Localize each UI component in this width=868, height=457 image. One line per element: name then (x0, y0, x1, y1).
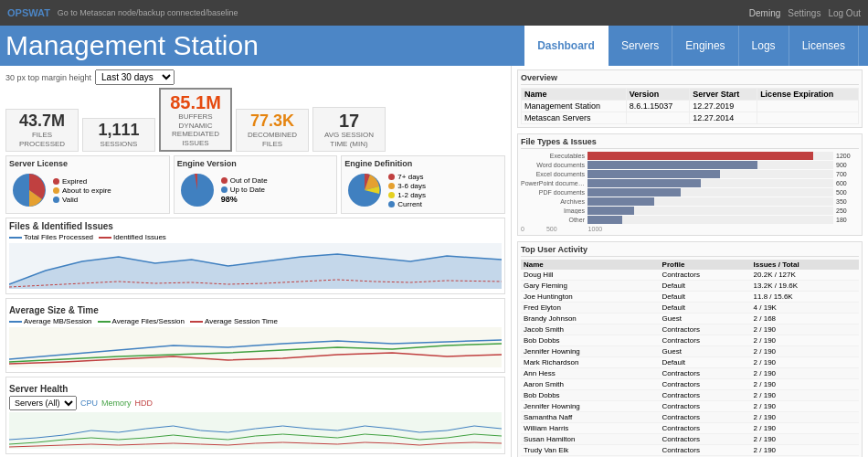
file-type-value: 350 (836, 198, 859, 205)
user-col-profile: Profile (660, 260, 751, 270)
settings-link[interactable]: Settings (788, 8, 820, 18)
engine-version-pie (177, 170, 217, 210)
engine-definition-pie (344, 170, 385, 210)
36days-label: 3-6 days (397, 182, 426, 190)
overview-table-row: Management Station8.6.1.1503712.27.2019 (522, 101, 859, 112)
current-dot (388, 201, 395, 207)
file-type-label: Images (521, 207, 585, 214)
tab-engines[interactable]: Engines (672, 26, 738, 66)
user-cell: 2 / 190 (751, 412, 859, 423)
file-type-track (587, 152, 833, 160)
main-content: 30 px top margin height Last 30 days Las… (0, 66, 868, 457)
file-type-fill (587, 197, 654, 206)
file-type-bar-row: PDF documents500 (521, 188, 859, 197)
legend-identified-issues: Identified Issues (99, 233, 166, 241)
overview-table-row: Metascan Servers12.27.2014 (522, 112, 859, 124)
outofdate-dot (221, 177, 228, 184)
file-type-track (587, 179, 833, 187)
health-chart-svg (9, 412, 502, 449)
avg-size-time: Average Size & Time Average MB/Session A… (5, 298, 505, 373)
metric-avg-session: 17 AVG SESSIONTIME (MIN) (312, 107, 386, 152)
file-types-axis: 0 500 1000 (521, 226, 859, 232)
user-cell: Contractors (660, 270, 751, 281)
metrics-row: 43.7M FILESPROCESSED 1,111 SESSIONS 85.1… (5, 88, 505, 152)
tab-servers[interactable]: Servers (609, 26, 672, 66)
health-metric-cpu: CPU (80, 399, 98, 408)
user-table-row: Susan HamiltonContractors2 / 190 (521, 434, 859, 445)
tab-logs[interactable]: Logs (739, 26, 789, 66)
file-type-fill (587, 207, 634, 215)
expired-dot (53, 178, 59, 185)
overview-section: Overview Name Version Server Start Licen… (517, 69, 863, 128)
user-cell: Jennifer Howning (521, 346, 660, 357)
user-cell: Contractors (660, 390, 751, 401)
user-cell: 2 / 190 (751, 379, 859, 390)
logout-link[interactable]: Log Out (828, 8, 861, 18)
user-col-issues: Issues / Total (751, 260, 859, 270)
metric-remediated: 85.1M BUFFERSDYNAMICREMEDIATEDISSUES (159, 88, 232, 152)
file-type-fill (587, 161, 757, 169)
time-range-select[interactable]: Last 30 days Last 7 days Last 24 hours (95, 69, 175, 85)
file-type-bar-row: Executables1200 (521, 152, 859, 160)
user-cell: Jacob Smith (521, 324, 660, 335)
file-types-bars: Executables1200Word documents900Excel do… (521, 152, 859, 224)
legend-avg-files: Average Files/Session (98, 317, 185, 325)
server-license-chart: Server License Expired (5, 155, 170, 214)
overview-cell: Management Station (522, 101, 627, 112)
user-cell: Default (660, 303, 751, 314)
expired-label: Expired (62, 177, 87, 186)
user-table-row: Joe HuntingtonDefault11.8 / 15.6K (521, 292, 859, 303)
tab-licenses[interactable]: Licenses (789, 26, 859, 66)
user-cell: 2 / 168 (751, 314, 859, 324)
nav-right: Deming Settings Log Out (749, 8, 861, 18)
12days-dot (388, 192, 395, 198)
user-cell: 2 / 190 (751, 368, 859, 379)
legend-about-expire: About to expire (53, 186, 111, 195)
overview-col-expiry: License Expiration (757, 89, 859, 101)
7days-label: 7+ days (397, 173, 423, 181)
server-health: Server Health Servers (All) CPU Memory H… (5, 377, 505, 454)
user-cell: Jennifer Howning (521, 401, 660, 412)
total-files-line (9, 237, 22, 239)
charts-row: Server License Expired (5, 155, 505, 214)
avg-mb-line (9, 321, 22, 323)
user-cell: Bob Dobbs (521, 390, 660, 401)
identified-issues-line (99, 237, 111, 239)
user-cell: Aaron Smith (521, 379, 660, 390)
metric-label-sessions: SESSIONS (89, 140, 149, 149)
tab-dashboard[interactable]: Dashboard (524, 26, 609, 66)
user-table-row: Jacob SmithContractors2 / 190 (521, 324, 859, 335)
user-cell: 4 / 19K (751, 303, 859, 314)
legend-7days: 7+ days (388, 173, 426, 181)
server-license-title: Server License (9, 159, 166, 168)
user-cell: 2 / 190 (751, 434, 859, 445)
user-table-row: Jennifer HowningContractors2 / 190 (521, 401, 859, 412)
legend-expired: Expired (53, 177, 111, 186)
overview-body: Management Station8.6.1.1503712.27.2019M… (522, 101, 859, 124)
user-table-row: William HarrisContractors2 / 190 (521, 423, 859, 434)
file-type-fill (587, 188, 681, 197)
user-table-row: Brandy JohnsonGuest2 / 168 (521, 314, 859, 324)
files-chart-svg (9, 243, 502, 289)
user-cell: Susan Hamilton (521, 434, 660, 445)
avg-files-line (98, 321, 111, 323)
health-server-select[interactable]: Servers (All) (9, 396, 77, 410)
file-type-track (587, 207, 833, 215)
top-user-title: Top User Activity (521, 245, 859, 257)
metric-label-avg: AVG SESSIONTIME (MIN) (319, 131, 379, 148)
overview-cell: 12.27.2019 (690, 101, 757, 112)
user-cell: 2 / 190 (751, 357, 859, 368)
pct-label: 98% (221, 195, 238, 204)
axis-1000: 1000 (588, 226, 603, 232)
file-type-track (587, 161, 833, 169)
user-cell: Default (660, 292, 751, 303)
file-type-value: 250 (836, 207, 859, 214)
user-table-row: Samantha NaffContractors2 / 190 (521, 412, 859, 423)
files-identified-issues: Files & Identified Issues Total Files Pr… (5, 218, 505, 294)
user-cell: 13.2K / 19.6K (751, 281, 859, 292)
health-controls: Servers (All) CPU Memory HDD (9, 396, 502, 410)
metric-value-sessions: 1,111 (89, 122, 149, 140)
opswat-logo: OPSWAT (7, 7, 50, 18)
file-type-track (587, 188, 833, 197)
valid-dot (53, 197, 59, 203)
